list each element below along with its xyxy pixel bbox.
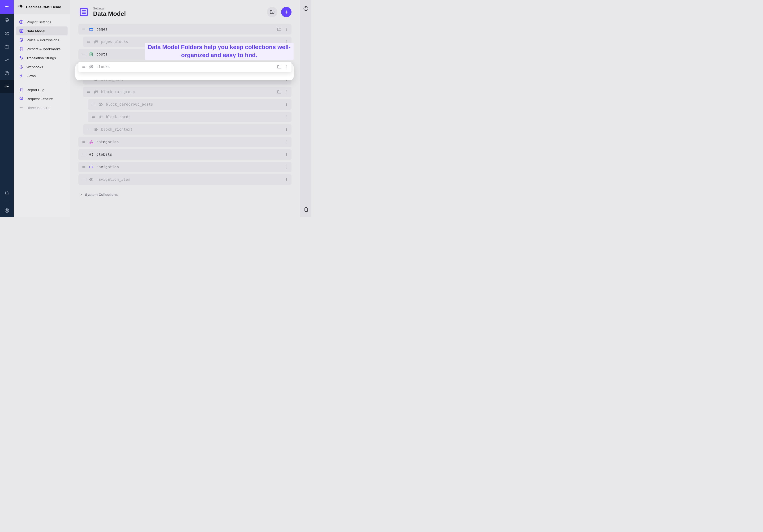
rail-content[interactable] <box>0 14 14 27</box>
clipboard-button[interactable] <box>303 206 309 213</box>
rail-insights[interactable] <box>0 53 14 66</box>
collection-name: pages <box>96 27 274 32</box>
globe-icon <box>19 20 24 24</box>
svg-point-40 <box>286 103 287 103</box>
collection-row-block-cardgroup-posts[interactable]: block_cardgroup_posts <box>88 99 291 110</box>
drag-handle-icon[interactable] <box>86 40 91 44</box>
svg-point-48 <box>286 128 287 129</box>
svg-point-37 <box>286 92 287 92</box>
collection-row-categories[interactable]: categories <box>78 137 291 147</box>
svg-point-58 <box>286 154 287 155</box>
page-header-icon <box>78 7 89 18</box>
folder-icon[interactable] <box>277 27 281 32</box>
system-collections-toggle[interactable]: System Collections <box>78 187 291 199</box>
collection-row-globals[interactable]: globals <box>78 149 291 160</box>
drag-handle-icon[interactable] <box>82 52 86 56</box>
info-button[interactable] <box>303 5 309 12</box>
globe-icon <box>89 152 93 157</box>
collection-row-block-richtext[interactable]: block_richtext <box>83 124 291 135</box>
svg-point-62 <box>286 168 287 168</box>
more-icon[interactable] <box>284 102 289 107</box>
more-icon[interactable] <box>284 165 289 169</box>
svg-point-29 <box>286 66 287 67</box>
label-icon <box>89 165 93 169</box>
folder-icon[interactable] <box>277 64 281 69</box>
anchor-icon <box>19 64 24 69</box>
hidden-icon <box>89 64 93 69</box>
rail-notifications[interactable] <box>0 187 14 200</box>
project-name: Headless CMS Demo <box>26 5 61 9</box>
collection-row-navigation[interactable]: navigation <box>78 162 291 172</box>
drag-handle-icon[interactable] <box>86 127 91 132</box>
collection-row-block-cards[interactable]: block_cards <box>88 112 291 122</box>
nav-flows[interactable]: Flows <box>16 71 67 80</box>
rail-users[interactable] <box>0 27 14 40</box>
more-icon[interactable] <box>284 153 289 157</box>
svg-point-33 <box>286 79 287 80</box>
collection-row-pages[interactable]: pages <box>78 24 291 35</box>
rail-files[interactable] <box>0 40 14 53</box>
svg-point-0 <box>6 32 7 34</box>
list-icon <box>19 29 24 33</box>
svg-point-1 <box>7 32 9 33</box>
svg-point-57 <box>286 153 287 154</box>
svg-point-21 <box>286 42 287 42</box>
hidden-icon <box>93 127 98 132</box>
nav-report-bug[interactable]: Report Bug <box>16 85 67 94</box>
folder-icon[interactable] <box>277 89 281 94</box>
app-logo[interactable] <box>0 0 14 14</box>
drag-handle-icon[interactable] <box>82 65 86 69</box>
svg-point-38 <box>286 93 287 93</box>
collection-row-block-cardgroup[interactable]: block_cardgroup <box>83 87 291 97</box>
nav-project-settings[interactable]: Project Settings <box>16 18 67 27</box>
create-folder-button[interactable] <box>267 7 277 17</box>
rail-account[interactable] <box>0 204 14 217</box>
nav-roles[interactable]: Roles & Permissions <box>16 36 67 45</box>
collection-row-navigation-item[interactable]: navigation_item <box>78 174 291 185</box>
translate-icon <box>19 55 24 60</box>
collection-row-block-hero[interactable]: block_hero <box>83 74 291 85</box>
more-icon[interactable] <box>284 27 289 32</box>
svg-point-68 <box>306 7 306 8</box>
rail-settings[interactable] <box>0 80 14 93</box>
svg-rect-15 <box>89 28 93 29</box>
rail-docs[interactable] <box>0 66 14 80</box>
drag-handle-icon[interactable] <box>82 27 86 32</box>
collection-name: block_cardgroup <box>101 90 274 94</box>
nav-data-model[interactable]: Data Model <box>16 27 67 36</box>
svg-point-50 <box>286 130 287 131</box>
nav-webhooks[interactable]: Webhooks <box>16 62 67 71</box>
more-icon[interactable] <box>284 140 289 144</box>
drag-handle-icon[interactable] <box>86 77 91 81</box>
nav-request-feature[interactable]: Request Feature <box>16 94 67 103</box>
more-icon[interactable] <box>284 90 289 94</box>
drag-handle-icon[interactable] <box>91 102 95 107</box>
window-icon <box>89 27 93 32</box>
svg-point-52 <box>92 143 93 144</box>
nav-presets[interactable]: Presets & Bookmarks <box>16 45 67 53</box>
article-icon <box>89 52 93 57</box>
collection-row-blocks[interactable]: blocks <box>78 62 291 72</box>
more-icon[interactable] <box>284 115 289 119</box>
drag-handle-icon[interactable] <box>82 165 86 169</box>
module-rail <box>0 0 14 217</box>
svg-point-66 <box>286 180 287 181</box>
more-icon[interactable] <box>284 127 289 132</box>
nav-translations[interactable]: Translation Strings <box>16 53 67 62</box>
create-collection-button[interactable] <box>281 7 291 17</box>
svg-point-59 <box>286 155 287 156</box>
drag-handle-icon[interactable] <box>82 140 86 144</box>
bug-icon <box>19 87 24 92</box>
svg-rect-51 <box>90 143 91 144</box>
drag-handle-icon[interactable] <box>82 177 86 182</box>
drag-handle-icon[interactable] <box>91 115 95 119</box>
collection-name: block_richtext <box>101 127 281 132</box>
svg-point-44 <box>286 116 287 116</box>
more-icon[interactable] <box>284 77 289 81</box>
project-header[interactable]: Headless CMS Demo <box>14 0 70 14</box>
drag-handle-icon[interactable] <box>82 153 86 157</box>
svg-point-32 <box>286 78 287 78</box>
drag-handle-icon[interactable] <box>86 90 91 94</box>
more-icon[interactable] <box>284 65 289 69</box>
more-icon[interactable] <box>284 177 289 182</box>
